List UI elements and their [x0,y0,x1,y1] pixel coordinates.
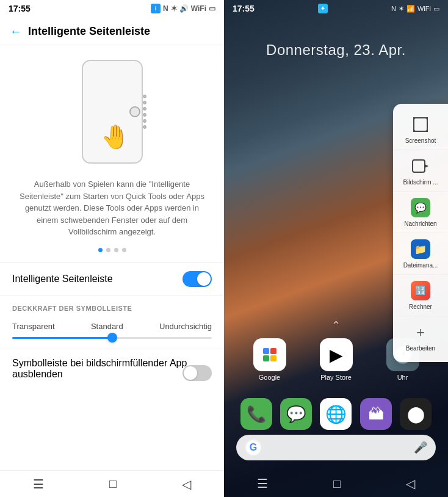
header-left: ← Intelligente Seitenleiste [0,17,224,45]
status-bar-right: 17:55 ✦ N ✶ 📶 WiFi ▭ [224,0,448,17]
svg-marker-2 [425,164,428,168]
opacity-section-header: DECKKRAFT DER SYMBOLLEISTE [0,296,224,317]
sidebar-item-screenrecord[interactable]: Bildschirm ... [393,150,448,192]
content-area: 🤚 Außerhalb von Spielen kann die "Intell… [0,45,224,470]
side-dot-6 [143,125,146,129]
phone-icon: 📞 [247,405,266,424]
search-bar[interactable]: G 🎤 [236,435,436,460]
volume-icon: 🔊 [179,4,189,13]
left-panel: 17:55 i N ✶ 🔊 WiFi ▭ ← Intelligente Seit… [0,0,224,497]
status-time-right: 17:55 [233,4,255,13]
pagination-dot-4[interactable] [122,248,126,252]
toggle-knob-off [184,366,197,380]
google-icon [253,338,286,371]
playstore-icon: ▶ [320,338,353,371]
playstore-symbol: ▶ [330,345,343,365]
fullscreen-hide-title: Symbolleiste bei bildschirmfüllender App… [12,358,212,380]
filemanager-icon-container: 📁 [410,238,432,260]
edit-label: Bearbeiten [406,345,435,352]
bottom-nav-left: ☰ □ ◁ [0,470,224,497]
calculator-label: Rechner [409,303,432,311]
sidebar-item-screenshot[interactable]: Screenshot [393,109,448,150]
dock-row: 📞 💬 🌐 🏔 ⬤ [224,398,448,430]
chrome-icon: 🌐 [325,404,347,424]
home-nav-button-left[interactable]: □ [109,477,117,491]
dock-chrome[interactable]: 🌐 [320,398,352,430]
slider-label-center: Standard [91,322,123,331]
google-label: Google [259,374,280,381]
fullscreen-hide-toggle[interactable] [182,365,212,381]
playstore-label: Play Store [320,374,352,381]
messages-icon-symbol: 💬 [414,202,427,214]
menu-nav-button-left[interactable]: ☰ [33,477,44,492]
google-g-icon: G [245,439,262,456]
slider-thumb[interactable] [107,333,117,343]
calculator-icon-symbol: 🔢 [415,285,427,296]
svg-rect-0 [414,118,427,131]
back-nav-button-right[interactable]: ◁ [406,476,415,491]
bluetooth-badge-right: ✦ [318,4,328,13]
app-item-playstore[interactable]: ▶ Play Store [320,338,353,381]
google-dot-3 [263,355,269,361]
screenshot-icon-container [410,114,432,136]
sidebar-item-edit[interactable]: ＋ Bearbeiten [393,316,448,357]
calculator-icon-container: 🔢 [410,280,432,302]
screenrecord-label: Bildschirm ... [403,179,438,186]
slider-label-right: Undurchsichtig [159,322,212,331]
filemanager-icon-bg: 📁 [411,239,430,259]
app-item-google[interactable]: Google [253,338,286,381]
intelligent-sidebar-row: Intelligente Seitenleiste [0,262,224,296]
svg-rect-1 [413,160,425,172]
back-nav-button-left[interactable]: ◁ [182,477,191,492]
sidebar-item-calculator[interactable]: 🔢 Rechner [393,275,448,316]
clock-label: Uhr [397,374,408,381]
filemanager-icon-symbol: 📁 [414,244,427,255]
bluetooth-icon-left: ✶ [171,4,177,13]
screenshot-svg-icon [413,117,428,132]
screenshot-label: Screenshot [405,137,436,145]
mic-icon[interactable]: 🎤 [414,441,427,454]
dock-camera[interactable]: ⬤ [400,398,432,430]
date-text: Donnerstag, 23. Apr. [266,42,406,58]
google-dot-1 [263,348,269,354]
menu-nav-button-right[interactable]: ☰ [257,476,268,491]
volume-icon-right: 📶 [406,5,415,13]
toggle-knob [197,272,211,286]
hand-icon: 🤚 [101,123,129,150]
slider-track[interactable] [12,337,212,339]
home-nav-button-right[interactable]: □ [333,477,341,491]
calculator-icon-bg: 🔢 [411,281,430,300]
sidebar-item-filemanager[interactable]: 📁 Dateimanа... [393,233,448,275]
side-dot-4 [143,113,146,117]
google-grid [259,344,280,365]
battery-icon-right: ▭ [433,5,439,13]
description-text: Außerhalb von Spielen kann die "Intellig… [0,173,224,248]
camera-icon: ⬤ [407,405,425,424]
dock-phone[interactable]: 📞 [240,398,272,430]
side-dot-5 [143,119,146,123]
bottom-nav-right: ☰ □ ◁ [224,470,448,497]
messages-icon-bg: 💬 [411,198,430,217]
side-dot-3 [143,107,146,111]
chevron-up-icon[interactable]: ⌃ [331,319,341,332]
date-display: Donnerstag, 23. Apr. [224,17,448,71]
back-button[interactable]: ← [10,24,22,38]
slider-labels: Transparent Standard Undurchsichtig [12,322,212,331]
sidebar-item-messages[interactable]: 💬 Nachrichten [393,192,448,233]
signal-icon: N [163,4,168,13]
edit-icon-symbol: ＋ [414,323,427,341]
pagination-dot-1[interactable] [98,248,103,252]
right-panel: 17:55 ✦ N ✶ 📶 WiFi ▭ Donnerstag, 23. Apr… [224,0,448,497]
messages-label: Nachrichten [404,220,436,228]
intelligent-sidebar-toggle[interactable] [182,271,212,287]
slider-label-left: Transparent [12,322,55,331]
mountain-icon: 🏔 [368,405,384,424]
pagination-dot-2[interactable] [106,248,110,252]
battery-icon-left: ▭ [209,4,215,13]
status-bar-left: 17:55 i N ✶ 🔊 WiFi ▭ [0,0,224,17]
floating-sidebar: Screenshot Bildschirm ... 💬 Nachrichten [393,104,448,362]
pagination-dot-3[interactable] [114,248,118,252]
messages-icon-container: 💬 [410,197,432,219]
dock-mountain[interactable]: 🏔 [360,398,392,430]
dock-messages[interactable]: 💬 [280,398,312,430]
